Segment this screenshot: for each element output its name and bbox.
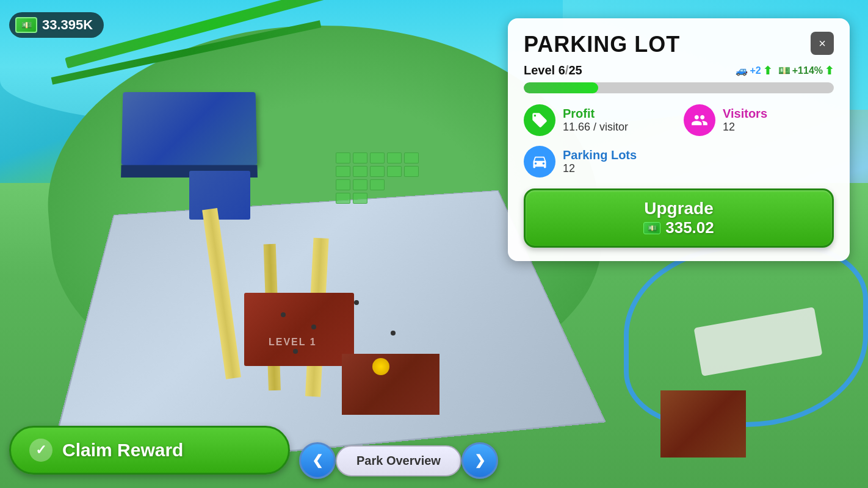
person (354, 300, 359, 305)
visitors-icon-circle (684, 104, 715, 136)
parking-lots-content: Parking Lots 12 (563, 148, 637, 175)
building-control (189, 171, 250, 220)
claim-reward-button[interactable]: ✓ Claim Reward (9, 426, 290, 475)
cost-icon: 💵 (643, 222, 660, 234)
bonus-car: 🚙 +2 ⬆ (736, 64, 772, 77)
person (391, 331, 396, 336)
upgrade-button[interactable]: Upgrade 💵 335.02 (524, 188, 834, 248)
parking-lots-label: Parking Lots (563, 148, 637, 162)
person (293, 349, 298, 354)
info-panel: PARKING LOT × Level 6/25 🚙 +2 ⬆ 💵 +114% … (508, 18, 850, 261)
currency-amount: 33.395K (42, 17, 93, 33)
progress-bar-fill (524, 82, 598, 93)
parking-grid (336, 152, 419, 206)
person (311, 325, 316, 329)
up-arrow-car: ⬆ (763, 64, 772, 77)
parking-icon-circle (524, 146, 555, 178)
profit-value: 11.66 / visitor (563, 121, 628, 134)
tag-icon (531, 112, 548, 129)
visitors-value: 12 (723, 121, 767, 134)
prev-button[interactable]: ❮ (299, 442, 336, 479)
upgrade-cost: 💵 335.02 (538, 218, 820, 237)
bonus-money: 💵 +114% ⬆ (778, 64, 834, 77)
stat-profit: Profit 11.66 / visitor (524, 104, 674, 136)
claim-reward-label: Claim Reward (62, 440, 183, 461)
visitors-label: Visitors (723, 107, 767, 121)
building-blue (121, 92, 258, 165)
building-red3 (660, 390, 746, 458)
stat-parking-lots: Parking Lots 12 (524, 146, 674, 178)
game-canvas: LEVEL 1 💵 33.395K PARKING LOT × Level 6/… (0, 0, 868, 488)
parking-lots-value: 12 (563, 162, 637, 175)
stats-grid: Profit 11.66 / visitor Visitors 12 (524, 104, 834, 178)
park-overview-button[interactable]: Park Overview (336, 445, 461, 476)
people-icon (691, 112, 708, 129)
upgrade-label: Upgrade (538, 199, 820, 218)
next-button[interactable]: ❯ (461, 442, 498, 479)
up-arrow-money: ⬆ (825, 64, 834, 77)
person (281, 312, 286, 317)
level-label: Level 6/25 (524, 63, 582, 77)
money-bonus-icon: 💵 (778, 65, 790, 76)
close-button[interactable]: × (811, 32, 834, 55)
profit-label: Profit (563, 107, 628, 121)
progress-bar-container (524, 82, 834, 93)
visitors-content: Visitors 12 (723, 107, 767, 134)
building-red (244, 293, 354, 366)
building-red2 (342, 354, 439, 415)
claim-check-icon: ✓ (29, 439, 52, 462)
panel-header: PARKING LOT × (524, 32, 834, 57)
park-nav: ❮ Park Overview ❯ (299, 442, 498, 479)
stat-visitors: Visitors 12 (684, 104, 834, 136)
coin (372, 358, 389, 375)
car-icon: 🚙 (736, 65, 748, 76)
level-row: Level 6/25 🚙 +2 ⬆ 💵 +114% ⬆ (524, 63, 834, 77)
money-icon: 💵 (15, 17, 37, 33)
panel-title: PARKING LOT (524, 32, 680, 57)
profit-icon-circle (524, 104, 555, 136)
currency-badge: 💵 33.395K (9, 12, 104, 38)
car-icon (531, 153, 548, 170)
level-text-ground: LEVEL 1 (269, 337, 317, 348)
level-bonuses: 🚙 +2 ⬆ 💵 +114% ⬆ (736, 64, 834, 77)
profit-content: Profit 11.66 / visitor (563, 107, 628, 134)
